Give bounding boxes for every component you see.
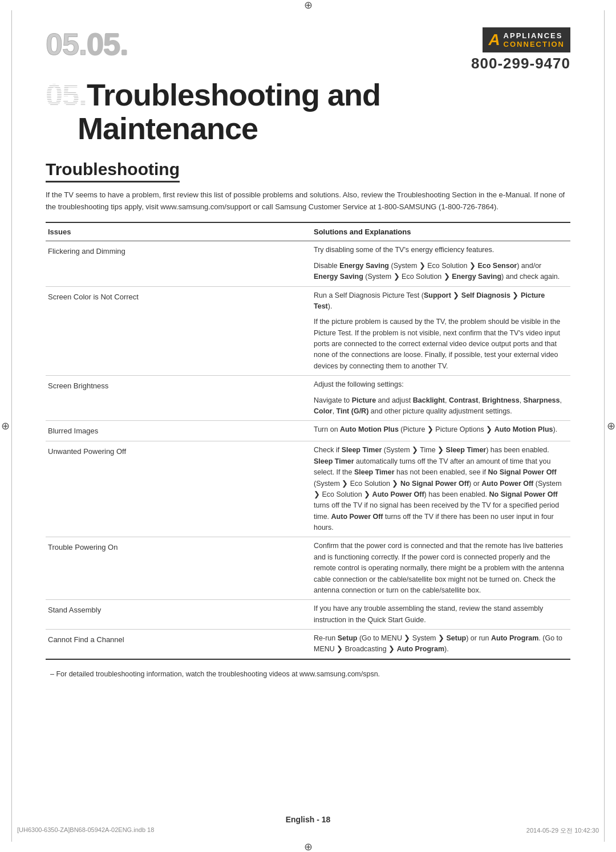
issue-cell: Flickering and Dimming [46, 241, 308, 286]
solution-cell: Run a Self Diagnosis Picture Test (Suppo… [308, 286, 570, 315]
col1-header: Issues [46, 222, 308, 241]
solution-cell: Navigate to Picture and adjust Backlight… [308, 394, 570, 421]
logo-line1: APPLIANCES [504, 31, 565, 40]
page-footer: English - 18 [UH6300-6350-ZA]BN68-05942A… [0, 815, 616, 835]
solution-cell: Check if Sleep Timer (System ❯ Time ❯ Sl… [308, 441, 570, 537]
table-row: Unwanted Powering OffCheck if Sleep Time… [46, 441, 570, 537]
issue-cell: Screen Brightness [46, 376, 308, 421]
issue-cell: Blurred Images [46, 421, 308, 441]
table-row: Stand AssemblyIf you have any trouble as… [46, 600, 570, 630]
chapter-title-wrap: 05.05. [46, 27, 128, 61]
reg-mark-right: ⊕ [606, 421, 616, 431]
issue-cell: Cannot Find a Channel [46, 630, 308, 659]
intro-paragraph: If the TV seems to have a problem, first… [46, 189, 570, 213]
date-meta: 2014-05-29 오전 10:42:30 [526, 826, 599, 835]
solution-cell: Try disabling some of the TV's energy ef… [308, 241, 570, 259]
table-row: Screen BrightnessAdjust the following se… [46, 376, 570, 394]
left-border [11, 10, 12, 842]
table-row: Screen Color is Not CorrectRun a Self Di… [46, 286, 570, 315]
section-heading: Troubleshooting [46, 160, 570, 182]
table-row: Blurred ImagesTurn on Auto Motion Plus (… [46, 421, 570, 441]
solution-cell: Adjust the following settings: [308, 376, 570, 394]
chapter-prefix-text: 05. [87, 27, 128, 61]
footer-meta: [UH6300-6350-ZA]BN68-05942A-02ENG.indb 1… [0, 826, 616, 835]
file-meta: [UH6300-6350-ZA]BN68-05942A-02ENG.indb 1… [17, 826, 154, 835]
table-row: Trouble Powering OnConfirm that the powe… [46, 537, 570, 600]
solution-cell: If the picture problem is caused by the … [308, 315, 570, 375]
footer-note: – For detailed troubleshooting informati… [46, 670, 570, 678]
chapter-prefix-styled: 05. [46, 78, 87, 112]
chapter-title: 05.05. [46, 27, 128, 61]
phone-number: 800-299-9470 [471, 55, 570, 72]
table-header-row: Issues Solutions and Explanations [46, 222, 570, 241]
table-row: Cannot Find a ChannelRe-run Setup (Go to… [46, 630, 570, 659]
issue-cell: Trouble Powering On [46, 537, 308, 600]
col2-header: Solutions and Explanations [308, 222, 570, 241]
right-border [604, 10, 605, 842]
troubleshooting-table: Issues Solutions and Explanations Flicke… [46, 222, 570, 659]
issue-cell: Screen Color is Not Correct [46, 286, 308, 376]
section-title: Troubleshooting [46, 160, 180, 182]
chapter-title-display: 05.Troubleshooting and Maintenance [46, 78, 570, 146]
logo-line2: CONNECTION [504, 40, 565, 48]
chapter-big-title: 05.Troubleshooting and Maintenance [46, 78, 570, 146]
page-label: English - 18 [286, 815, 331, 824]
table-row: Flickering and DimmingTry disabling some… [46, 241, 570, 259]
reg-mark-left: ⊕ [0, 421, 10, 431]
solution-cell: Disable Energy Saving (System ❯ Eco Solu… [308, 259, 570, 286]
reg-mark-top: ⊕ [303, 0, 313, 10]
header-row: 05.05. A APPLIANCES CONNECTION 800-299-9… [46, 27, 570, 72]
issue-cell: Stand Assembly [46, 600, 308, 630]
logo-letter: A [488, 31, 500, 49]
solution-cell: Confirm that the power cord is connected… [308, 537, 570, 600]
logo-area: A APPLIANCES CONNECTION 800-299-9470 [471, 27, 570, 72]
solution-cell: If you have any trouble assembling the s… [308, 600, 570, 630]
solution-cell: Turn on Auto Motion Plus (Picture ❯ Pict… [308, 421, 570, 441]
chapter-prefix: 05. [46, 27, 87, 61]
solution-cell: Re-run Setup (Go to MENU ❯ System ❯ Setu… [308, 630, 570, 659]
logo-text: APPLIANCES CONNECTION [504, 31, 565, 48]
chapter-main-title: Troubleshooting and Maintenance [46, 78, 380, 145]
logo-box: A APPLIANCES CONNECTION [483, 27, 570, 52]
issue-cell: Unwanted Powering Off [46, 441, 308, 537]
reg-mark-bottom: ⊕ [303, 842, 313, 852]
